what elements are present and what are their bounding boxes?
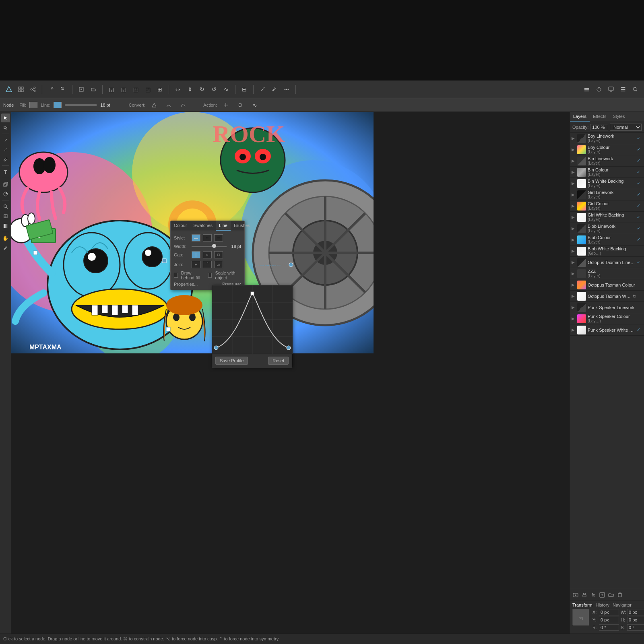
layer-visibility-check[interactable]: ✓ bbox=[637, 147, 642, 152]
layer-expand[interactable]: ▶ bbox=[572, 271, 577, 276]
layer-item[interactable]: ▶ Punk Speaker Colour (Lay…) bbox=[570, 313, 644, 324]
join-round[interactable]: ⌒ bbox=[203, 261, 212, 268]
y-input[interactable] bbox=[599, 617, 619, 623]
w-input[interactable] bbox=[627, 609, 644, 615]
tab-brushes[interactable]: Brushes bbox=[231, 221, 253, 231]
width-slider-thumb[interactable] bbox=[212, 244, 216, 248]
layer-item[interactable]: ▶ Girl Linework (Layer) ✓ bbox=[570, 189, 644, 200]
canvas-area[interactable]: ROCK $ INCOME bbox=[11, 112, 570, 634]
layer-visibility-check[interactable]: ✓ bbox=[637, 203, 642, 208]
panel-add-group-icon[interactable] bbox=[572, 591, 580, 599]
line-width-slider[interactable] bbox=[65, 104, 97, 106]
layer-visibility-check[interactable]: ✓ bbox=[637, 158, 642, 163]
tab-navigator[interactable]: Navigator bbox=[613, 603, 632, 607]
action-btn1[interactable] bbox=[220, 99, 231, 111]
pressure-canvas[interactable] bbox=[212, 285, 293, 354]
toolbar-transform-icon2[interactable]: ◲ bbox=[118, 84, 129, 95]
tool-select[interactable] bbox=[1, 114, 10, 122]
panel-fx-icon[interactable]: fx bbox=[589, 591, 597, 599]
layer-item[interactable]: ▶ Blob White Backing (Gro…) bbox=[570, 246, 644, 257]
save-profile-button[interactable]: Save Profile bbox=[215, 357, 248, 365]
fill-swatch[interactable] bbox=[29, 102, 37, 108]
tool-gradient[interactable] bbox=[1, 221, 10, 230]
panel-add-icon[interactable] bbox=[598, 591, 606, 599]
layer-item[interactable]: ▶ Girl White Backing (Layer) ✓ bbox=[570, 212, 644, 223]
tab-effects[interactable]: Effects bbox=[590, 112, 609, 122]
toolbar-history-icon[interactable] bbox=[593, 84, 605, 95]
style-solid[interactable]: — bbox=[192, 234, 200, 242]
toolbar-open-icon[interactable] bbox=[88, 84, 99, 95]
style-dashed1[interactable]: ╌ bbox=[203, 234, 212, 242]
join-miter[interactable]: ⌐ bbox=[192, 261, 200, 268]
scale-with-object-checkbox[interactable] bbox=[208, 273, 212, 278]
layer-expand[interactable]: ▶ bbox=[572, 204, 577, 208]
layer-expand[interactable]: ▶ bbox=[572, 316, 577, 321]
layer-visibility-check[interactable]: ✓ bbox=[637, 237, 642, 242]
toolbar-rotate-icon[interactable]: ↻ bbox=[196, 84, 208, 95]
toolbar-transform-icon5[interactable]: ⊞ bbox=[154, 84, 165, 95]
join-bevel[interactable]: ⌓ bbox=[214, 261, 223, 268]
layer-visibility-check[interactable]: ✓ bbox=[637, 181, 642, 186]
action-btn2[interactable] bbox=[235, 99, 246, 111]
tab-colour[interactable]: Colour bbox=[171, 221, 190, 231]
toolbar-more-icon[interactable] bbox=[281, 84, 292, 95]
layer-item[interactable]: ▶ Boy Colour (Layer) ✓ bbox=[570, 144, 644, 155]
toolbar-grid-icon[interactable] bbox=[15, 84, 27, 95]
toolbar-flip-v-icon[interactable]: ⇕ bbox=[184, 84, 196, 95]
tab-line[interactable]: Line bbox=[216, 221, 231, 231]
cap-flat[interactable]: | bbox=[192, 251, 200, 258]
toolbar-transform-icon1[interactable]: ◱ bbox=[106, 84, 117, 95]
layer-item[interactable]: ▶ Bin Colour (Layer) ✓ bbox=[570, 167, 644, 178]
layer-item[interactable]: ▶ Bin Linework (Layer) ✓ bbox=[570, 155, 644, 167]
layer-visibility-check[interactable]: ✓ bbox=[637, 136, 642, 141]
layer-item[interactable]: ▶ Boy Linework (Layer) ✓ bbox=[570, 133, 644, 144]
line-swatch[interactable] bbox=[54, 102, 62, 108]
tab-styles[interactable]: Styles bbox=[609, 112, 628, 122]
tool-colors[interactable] bbox=[1, 190, 10, 198]
toolbar-eyedrop-icon[interactable] bbox=[269, 84, 280, 95]
convert-btn3[interactable] bbox=[178, 99, 189, 111]
toolbar-share-icon[interactable] bbox=[27, 84, 39, 95]
layer-expand[interactable]: ▶ bbox=[572, 226, 577, 231]
tool-pen[interactable] bbox=[1, 136, 10, 144]
toolbar-rotate2-icon[interactable]: ↺ bbox=[208, 84, 220, 95]
toolbar-curve-icon[interactable]: ∿ bbox=[221, 84, 232, 95]
tab-layers[interactable]: Layers bbox=[570, 112, 590, 122]
toolbar-ui2-icon[interactable]: ☰ bbox=[617, 84, 629, 95]
layer-visibility-check[interactable]: ✓ bbox=[637, 215, 642, 220]
tool-node[interactable] bbox=[1, 123, 10, 132]
toolbar-pixel-icon[interactable] bbox=[58, 84, 69, 95]
layer-item[interactable]: ▶ Bin White Backing (Layer) ✓ bbox=[570, 178, 644, 189]
panel-folder-icon[interactable] bbox=[607, 591, 615, 599]
layer-visibility-check[interactable]: ✓ bbox=[637, 192, 642, 197]
layer-item[interactable]: ▶ ZZZ (Layer) bbox=[570, 268, 644, 279]
cap-square[interactable]: □ bbox=[214, 251, 223, 258]
reset-button[interactable]: Reset bbox=[268, 357, 289, 365]
layer-item[interactable]: ▶ Blob Linework (Layer) ✓ bbox=[570, 223, 644, 234]
layer-expand[interactable]: ▶ bbox=[572, 147, 577, 152]
tool-hand[interactable]: ✋ bbox=[1, 234, 10, 243]
layer-expand[interactable]: ▶ bbox=[572, 283, 577, 287]
tool-pencil[interactable] bbox=[1, 145, 10, 154]
layer-item[interactable]: ▶ Girl Colour (Layer) ✓ bbox=[570, 200, 644, 212]
layer-expand[interactable]: ▶ bbox=[572, 305, 577, 310]
panel-lock-icon[interactable] bbox=[580, 591, 588, 599]
tab-transform[interactable]: Transform bbox=[572, 603, 592, 607]
h-input[interactable] bbox=[627, 617, 644, 623]
layer-expand[interactable]: ▶ bbox=[572, 192, 577, 197]
layer-expand[interactable]: ▶ bbox=[572, 237, 577, 242]
tool-brush[interactable] bbox=[1, 155, 10, 164]
tool-shapes[interactable] bbox=[1, 180, 10, 189]
layer-visibility-check[interactable]: ✓ bbox=[637, 169, 642, 175]
toolbar-flip-h-icon[interactable]: ⇔ bbox=[172, 84, 184, 95]
style-dashed2[interactable]: ┄ bbox=[214, 234, 223, 242]
layer-item[interactable]: ▶ Octopus Taxman White B fx bbox=[570, 291, 644, 302]
layer-item[interactable]: ▶ Octopus Taxman Linewo ✓ bbox=[570, 257, 644, 268]
blend-mode-select[interactable]: Normal bbox=[610, 124, 642, 131]
toolbar-brush-icon[interactable] bbox=[257, 84, 268, 95]
convert-btn2[interactable] bbox=[163, 99, 174, 111]
layer-expand[interactable]: ▶ bbox=[572, 249, 577, 253]
layers-list[interactable]: ▶ Boy Linework (Layer) ✓ ▶ Boy Colour (L… bbox=[570, 133, 644, 589]
layer-visibility-check[interactable]: ✓ bbox=[637, 327, 642, 332]
layer-expand[interactable]: ▶ bbox=[572, 260, 577, 264]
